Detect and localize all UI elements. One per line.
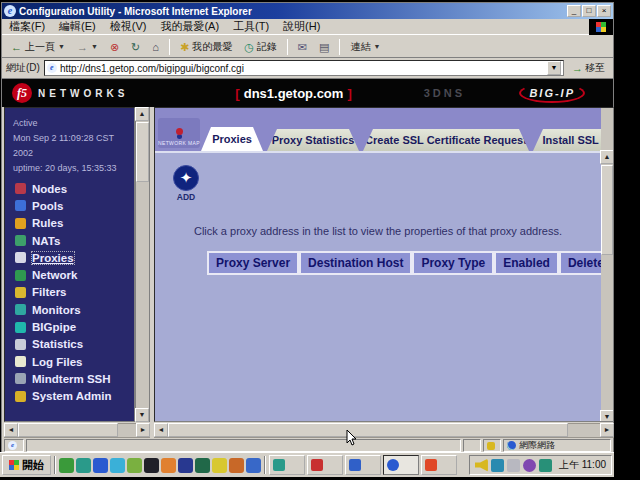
sidebar-item-filters[interactable]: Filters [15, 284, 111, 301]
monitor-icon[interactable] [507, 459, 520, 472]
sidebar-item-rules[interactable]: Rules [15, 215, 111, 232]
scheduler-icon[interactable] [523, 459, 536, 472]
app-3-icon[interactable] [178, 458, 193, 473]
main-vscroll-thumb[interactable] [601, 165, 613, 255]
notes-icon[interactable] [212, 458, 227, 473]
task-buttons [269, 455, 457, 475]
scroll-up-icon[interactable]: ▲ [600, 150, 614, 164]
sidebar-item-proxies[interactable]: Proxies [15, 249, 111, 266]
go-button[interactable]: → 移至 [568, 61, 609, 75]
main-hscroll-thumb[interactable] [168, 423, 568, 437]
links-dropdown-icon[interactable]: ▼ [373, 43, 380, 50]
sidebar-item-monitors[interactable]: Monitors [15, 301, 111, 318]
taskbar-task-button-1[interactable] [269, 455, 305, 475]
main-hscrollbar[interactable]: ◄ ► [154, 423, 614, 438]
tab-create-ssl-certificate-request[interactable]: Create SSL Certificate Request [363, 129, 529, 151]
toolbar: ← 上一頁 ▼ → ▼ ⊗ ↻ ⌂ ✱ 我的最愛 ◷ [2, 36, 613, 58]
scroll-left-icon[interactable]: ◄ [4, 423, 18, 437]
menu-file[interactable]: 檔案(F) [2, 19, 52, 34]
scroll-down-icon[interactable]: ▼ [600, 410, 614, 422]
links-button[interactable]: 連結 ▼ [345, 38, 385, 56]
sidebar-item-network[interactable]: Network [15, 266, 111, 283]
status-datetime: Mon Sep 2 11:09:28 CST 2002 [13, 131, 134, 161]
start-button[interactable]: 開始 [2, 455, 51, 475]
console-icon[interactable] [144, 458, 159, 473]
scroll-up-icon[interactable]: ▲ [135, 107, 149, 121]
mail-icon[interactable] [110, 458, 125, 473]
scroll-down-icon[interactable]: ▼ [135, 408, 149, 422]
taskbar-task-button-2[interactable] [307, 455, 343, 475]
volume-icon[interactable] [475, 459, 488, 472]
instruction-text: Click a proxy address in the list to vie… [155, 225, 601, 237]
app-1-icon[interactable] [59, 458, 74, 473]
stop-button[interactable]: ⊗ [105, 39, 124, 55]
scroll-right-icon[interactable]: ► [136, 423, 150, 437]
rules-icon [15, 218, 26, 229]
word-icon[interactable] [161, 458, 176, 473]
sidebar-item-system-admin[interactable]: System Admin [15, 388, 111, 405]
explorer-icon[interactable] [195, 458, 210, 473]
titlebar: e Configuration Utility - Microsoft Inte… [2, 3, 613, 19]
acrobat-icon[interactable] [229, 458, 244, 473]
menu-edit[interactable]: 編輯(E) [52, 19, 103, 34]
toolbar-separator [287, 39, 288, 55]
add-proxy-button[interactable]: ✦ [173, 165, 199, 191]
media-icon[interactable] [127, 458, 142, 473]
taskbar-task-button-4[interactable] [421, 455, 457, 475]
display-icon[interactable] [491, 459, 504, 472]
history-button[interactable]: ◷ 記錄 [239, 38, 282, 56]
sidebar-hscrollbar[interactable]: ◄ ► [4, 423, 150, 438]
taskbar-task-button-active[interactable] [383, 455, 419, 475]
product-3dns-label: 3DNS [424, 87, 465, 99]
sidebar-item-pools[interactable]: Pools [15, 197, 111, 214]
address-input[interactable] [60, 63, 544, 74]
sidebar-hscroll-thumb[interactable] [18, 423, 118, 437]
back-dropdown-icon[interactable]: ▼ [58, 43, 65, 50]
sidebar-vscroll-thumb[interactable] [136, 122, 149, 182]
sidebar-item-nodes[interactable]: Nodes [15, 180, 111, 197]
ie-app-icon: e [4, 5, 16, 17]
f5-header: f5 NETWORKS [ dns1.getop.com ] 3DNS BIG-… [2, 79, 613, 107]
maximize-button[interactable]: □ [582, 5, 596, 17]
sidebar-item-statistics[interactable]: Statistics [15, 336, 111, 353]
scroll-left-icon[interactable]: ◄ [154, 423, 168, 437]
sidebar-item-mindterm-ssh[interactable]: Mindterm SSH [15, 370, 111, 387]
mindterm-ssh-icon [15, 373, 26, 384]
tab-proxies[interactable]: Proxies [201, 127, 263, 151]
app-2-icon[interactable] [76, 458, 91, 473]
taskbar-task-button-3[interactable] [345, 455, 381, 475]
menu-help[interactable]: 說明(H) [276, 19, 327, 34]
main-vscrollbar-top [601, 108, 614, 151]
browser-icon[interactable] [246, 458, 261, 473]
nodes-icon [15, 183, 26, 194]
main-vscrollbar[interactable]: ▲ ▼ [601, 151, 614, 422]
sidebar-item-nats[interactable]: NATs [15, 232, 111, 249]
tab-proxy-statistics[interactable]: Proxy Statistics [267, 129, 359, 151]
mail-button[interactable]: ✉ [293, 39, 312, 55]
antivirus-icon[interactable] [539, 459, 552, 472]
menu-view[interactable]: 檢視(V) [103, 19, 154, 34]
close-button[interactable]: × [597, 5, 611, 17]
ie-icon[interactable] [93, 458, 108, 473]
windows-logo-icon [589, 19, 613, 35]
sidebar-vscrollbar[interactable]: ▲ ▼ [135, 107, 150, 422]
col-proxy-type: Proxy Type [412, 251, 494, 275]
forward-button[interactable]: → ▼ [72, 39, 103, 55]
menu-favorites[interactable]: 我的最愛(A) [153, 19, 226, 34]
forward-dropdown-icon[interactable]: ▼ [91, 43, 98, 50]
refresh-button[interactable]: ↻ [126, 39, 145, 55]
address-dropdown-icon[interactable]: ▼ [547, 61, 561, 75]
back-button[interactable]: ← 上一頁 ▼ [6, 38, 70, 56]
print-button[interactable]: ▤ [314, 39, 334, 55]
home-button[interactable]: ⌂ [147, 39, 164, 55]
sidebar-item-log-files[interactable]: Log Files [15, 353, 111, 370]
favorites-button[interactable]: ✱ 我的最愛 [175, 38, 237, 56]
quick-launch [59, 458, 261, 473]
sidebar-item-bigpipe[interactable]: BIGpipe [15, 318, 111, 335]
f5-logo-icon: f5 [12, 83, 32, 103]
go-arrow-icon: → [572, 62, 583, 74]
scroll-right-icon[interactable]: ► [600, 423, 614, 437]
minimize-button[interactable]: _ [567, 5, 581, 17]
network-map-button[interactable]: NETWORK MAP [158, 118, 200, 148]
menu-tools[interactable]: 工具(T) [226, 19, 276, 34]
